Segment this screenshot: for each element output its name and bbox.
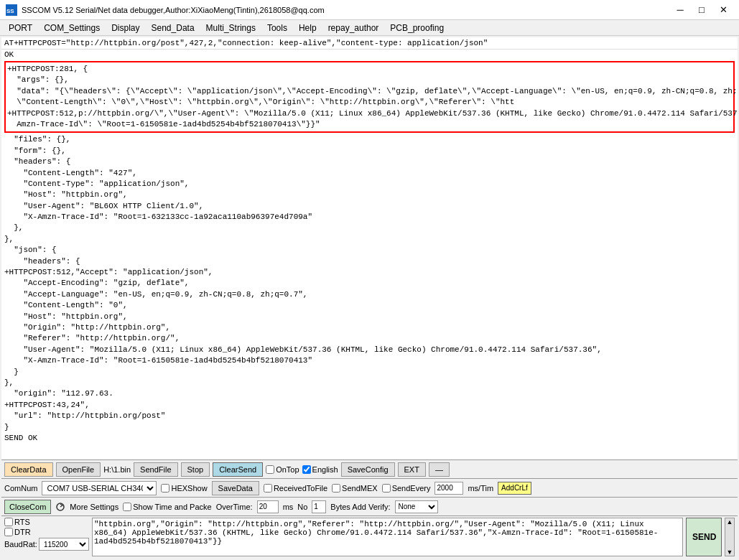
menu-port[interactable]: PORT: [3, 22, 38, 34]
ms-tim-label: ms/Tim: [468, 484, 493, 493]
sendevery-checkbox[interactable]: [382, 484, 391, 493]
savedata-button[interactable]: SaveData: [212, 481, 259, 495]
more-settings-label: More Settings: [70, 503, 118, 511]
main-content: AT+HTTPCPOST="http://httpbin.org/post",4…: [1, 37, 738, 559]
openfile-button[interactable]: OpenFile: [56, 462, 101, 477]
data-line-11: "Host": "httpbin.org",: [4, 190, 735, 200]
data-line-6: "files": {},: [4, 134, 735, 145]
ms-label: ms: [283, 503, 294, 511]
no-label: No: [297, 503, 307, 511]
data-line-30: "origin": "112.97.63.: [4, 388, 735, 399]
dtr-checkbox[interactable]: [4, 528, 13, 536]
data-line-9: "Content-Length": "427",: [4, 168, 735, 179]
ok-line: OK: [1, 50, 738, 60]
rts-label: RTS: [4, 518, 89, 526]
data-line-25: "Referer": "http://httpbin.org/",: [4, 333, 735, 344]
ext-button[interactable]: EXT: [398, 462, 426, 477]
data-line-14: },: [4, 223, 735, 233]
data-line-24: "Origin": "http://httpbin.org",: [4, 322, 735, 333]
cleardata-button[interactable]: ClearData: [4, 462, 53, 477]
ontop-label: OnTop: [276, 465, 299, 474]
svg-text:SS: SS: [6, 8, 14, 14]
highlighted-section: +HTTPCPOST:281, { "args": {}, "data": "{…: [4, 61, 735, 133]
menu-com-settings[interactable]: COM_Settings: [38, 22, 106, 34]
menu-repay-author[interactable]: repay_author: [322, 22, 385, 34]
data-line-15: },: [4, 234, 735, 245]
maximize-button[interactable]: □: [692, 3, 712, 17]
receivedtofile-label: ReceivedToFile: [264, 484, 327, 493]
data-line-33: }: [4, 422, 735, 433]
clearsend-button[interactable]: ClearSend: [213, 462, 263, 477]
title-bar: SS SSCOM V5.12 Serial/Net data debugger,…: [0, 0, 739, 20]
stop-button[interactable]: Stop: [181, 462, 210, 477]
menu-send-data[interactable]: Send_Data: [146, 22, 200, 34]
sendfile-button[interactable]: SendFile: [134, 462, 177, 477]
title-left: SS SSCOM V5.12 Serial/Net data debugger,…: [6, 4, 325, 16]
overtime-input[interactable]: [257, 500, 279, 513]
dtr-label: DTR: [4, 528, 89, 536]
data-line-12: "User-Agent": "BL6OX HTTP Client/1.0",: [4, 201, 735, 212]
com-select[interactable]: COM7 USB-SERIAL CH340: [42, 481, 157, 495]
title-controls: ─ □ ✕: [670, 3, 733, 17]
data-display-area[interactable]: +HTTPCPOST:281, { "args": {}, "data": "{…: [1, 60, 738, 459]
menu-pcb-proofing[interactable]: PCB_proofing: [384, 22, 450, 34]
data-line-0: +HTTPCPOST:281, {: [7, 64, 732, 75]
data-line-5: Amzn-Trace-Id\": \"Root=1-6150581e-1ad4b…: [7, 119, 732, 130]
data-line-35: SEND OK: [4, 433, 735, 444]
filepath-label: H:\1.bin: [103, 465, 131, 474]
data-line-26: "User-Agent": "Mozilla/5.0 (X11; Linux x…: [4, 345, 735, 355]
menu-help[interactable]: Help: [293, 22, 322, 34]
data-line-10: "Content-Type": "application/json",: [4, 179, 735, 190]
menu-display[interactable]: Display: [106, 22, 145, 34]
data-line-19: +HTTPCPOST:512,"Accept": "application/js…: [4, 267, 735, 278]
data-line-23: "Host": "httpbin.org",: [4, 312, 735, 322]
sendmex-checkbox[interactable]: [332, 484, 340, 493]
minus-button[interactable]: —: [429, 462, 450, 477]
sendmex-label: SendMEX: [332, 484, 378, 493]
data-line-31: +HTTPCPOST:43,24",: [4, 400, 735, 411]
showtime-checkbox[interactable]: [123, 503, 131, 511]
at-command-line: AT+HTTPCPOST="http://httpbin.org/post",4…: [1, 37, 738, 50]
sendevery-value[interactable]: [434, 482, 463, 495]
baudrate-label: BaudRat:: [4, 540, 37, 549]
hexshow-checkbox[interactable]: [161, 484, 169, 493]
data-line-3: \"Content-Length\": \"0\",\"Host\": \"ht…: [7, 97, 732, 108]
data-line-1: "args": {},: [7, 75, 732, 85]
hexshow-label: HEXShow: [161, 484, 207, 493]
verify-select[interactable]: None: [395, 500, 438, 513]
scroll-bar[interactable]: ▲ ▼: [725, 518, 735, 556]
closecom-button[interactable]: CloseCom: [4, 500, 51, 514]
baudrate-select[interactable]: 115200: [39, 538, 89, 551]
saveconfig-button[interactable]: SaveConfig: [341, 462, 395, 477]
data-line-29: },: [4, 378, 735, 388]
data-line-13: "X-Amzn-Trace-Id": "Root=1-632133cc-1a92…: [4, 212, 735, 223]
bottom-toolbar: ClearData OpenFile H:\1.bin SendFile Sto…: [1, 459, 738, 478]
english-checkbox[interactable]: [302, 465, 311, 474]
menu-tools[interactable]: Tools: [261, 22, 293, 34]
data-line-20: "Accept-Encoding": "gzip, deflate",: [4, 278, 735, 289]
send-textarea[interactable]: [92, 518, 683, 556]
data-line-8: "headers": {: [4, 157, 735, 167]
comnum-label: ComNum: [4, 484, 37, 493]
rts-checkbox[interactable]: [4, 518, 13, 526]
english-label: English: [312, 465, 338, 474]
connect-row: CloseCom More Settings Show Time and Pac…: [1, 497, 738, 515]
data-line-2: "data": "{\"headers\": {\"Accept\": \"ap…: [7, 86, 732, 97]
input-row: RTS DTR BaudRat: 115200 SEND ▲ ▼: [1, 515, 738, 559]
receivedtofile-checkbox[interactable]: [264, 484, 272, 493]
addcrlf-button[interactable]: AddCrLf: [498, 482, 531, 495]
send-button[interactable]: SEND: [686, 518, 722, 556]
app-icon: SS: [6, 4, 17, 16]
minimize-button[interactable]: ─: [670, 3, 690, 17]
com-settings-row: ComNum COM7 USB-SERIAL CH340 HEXShow Sav…: [1, 478, 738, 497]
ontop-checkbox[interactable]: [266, 465, 274, 474]
showtime-label: Show Time and Packe: [123, 503, 211, 511]
refresh-icon: [55, 502, 65, 512]
data-line-22: "Content-Length": "0",: [4, 300, 735, 311]
close-button[interactable]: ✕: [713, 3, 733, 17]
menu-multi-strings[interactable]: Multi_Strings: [200, 22, 261, 34]
data-line-7: "form": {},: [4, 146, 735, 157]
sendevery-label: SendEvery: [382, 484, 431, 493]
app-title: SSCOM V5.12 Serial/Net data debugger,Aut…: [22, 6, 325, 14]
bytes-input[interactable]: [312, 500, 326, 513]
